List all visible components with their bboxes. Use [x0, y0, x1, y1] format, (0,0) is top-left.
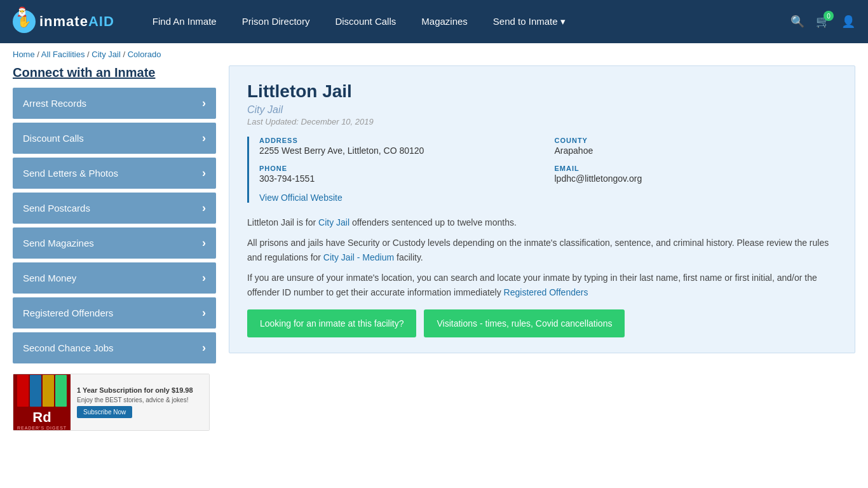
- ad-subscribe-button[interactable]: Subscribe Now: [77, 406, 132, 418]
- address-value: 2255 West Berry Ave, Littleton, CO 80120: [259, 146, 542, 156]
- nav-item-magazines[interactable]: Magazines: [409, 1, 480, 43]
- nav-links: Find An Inmate Prison Directory Discount…: [140, 1, 790, 43]
- logo-icon: 🎅 ✋: [13, 10, 36, 33]
- second-chance-jobs-link[interactable]: Second Chance Jobs ›: [13, 332, 216, 363]
- city-jail-link-1[interactable]: City Jail: [318, 217, 349, 227]
- find-inmate-button[interactable]: Looking for an inmate at this facility?: [247, 309, 416, 337]
- arrest-records-label: Arrest Records: [23, 98, 86, 109]
- county-value: Arapahoe: [555, 146, 837, 156]
- sidebar-item-send-letters[interactable]: Send Letters & Photos ›: [13, 158, 216, 189]
- facility-buttons: Looking for an inmate at this facility? …: [247, 309, 837, 337]
- ad-content: 1 Year Subscription for only $19.98 Enjo…: [71, 374, 209, 430]
- desc-para-2: All prisons and jails have Security or C…: [247, 236, 837, 264]
- send-letters-link[interactable]: Send Letters & Photos ›: [13, 158, 216, 189]
- website-block[interactable]: View Official Website: [259, 193, 837, 203]
- nav-item-find-inmate[interactable]: Find An Inmate: [140, 1, 229, 43]
- facility-details: ADDRESS 2255 West Berry Ave, Littleton, …: [247, 137, 837, 203]
- ad-sub: Enjoy the BEST stories, advice & jokes!: [77, 396, 203, 403]
- nav-item-discount-calls[interactable]: Discount Calls: [322, 1, 409, 43]
- facility-type: City Jail: [247, 104, 837, 116]
- arrow-icon: ›: [202, 97, 206, 110]
- desc-para-1: Littleton Jail is for City Jail offender…: [247, 215, 837, 229]
- send-money-link[interactable]: Send Money ›: [13, 262, 216, 294]
- arrow-icon: ›: [202, 236, 206, 250]
- rd-name: Reader's Digest: [17, 426, 67, 430]
- email-label: EMAIL: [555, 165, 837, 172]
- ad-headline: 1 Year Subscription for only $19.98: [77, 386, 203, 394]
- logo[interactable]: 🎅 ✋ inmateAID: [13, 10, 114, 33]
- breadcrumb: Home / All Facilities / City Jail / Colo…: [0, 43, 868, 65]
- user-icon[interactable]: 👤: [841, 15, 855, 29]
- registered-offenders-desc-link[interactable]: Registered Offenders: [504, 287, 588, 297]
- main-nav: 🎅 ✋ inmateAID Find An Inmate Prison Dire…: [0, 0, 868, 43]
- ad-logo-section: Rd Reader's Digest: [13, 374, 71, 430]
- santa-hat-icon: 🎅: [17, 6, 27, 17]
- arrow-icon: ›: [202, 132, 206, 145]
- facility-updated: Last Updated: December 10, 2019: [247, 117, 837, 126]
- send-magazines-link[interactable]: Send Magazines ›: [13, 227, 216, 259]
- arrest-records-link[interactable]: Arrest Records ›: [13, 88, 216, 119]
- send-letters-label: Send Letters & Photos: [23, 168, 118, 179]
- discount-calls-link[interactable]: Discount Calls: [322, 1, 409, 42]
- sidebar-item-second-chance-jobs[interactable]: Second Chance Jobs ›: [13, 332, 216, 363]
- facility-panel: Littleton Jail City Jail Last Updated: D…: [229, 65, 855, 353]
- main-content: Connect with an Inmate Arrest Records › …: [0, 65, 868, 444]
- send-to-inmate-link[interactable]: Send to Inmate ▾: [480, 1, 578, 43]
- facility-description: Littleton Jail is for City Jail offender…: [247, 215, 837, 299]
- arrow-icon: ›: [202, 166, 206, 180]
- address-block: ADDRESS 2255 West Berry Ave, Littleton, …: [259, 137, 542, 156]
- breadcrumb-all-facilities[interactable]: All Facilities: [41, 50, 85, 59]
- website-link[interactable]: View Official Website: [259, 193, 342, 203]
- breadcrumb-home[interactable]: Home: [13, 50, 35, 59]
- city-jail-medium-link[interactable]: City Jail - Medium: [323, 252, 394, 262]
- registered-offenders-link[interactable]: Registered Offenders ›: [13, 297, 216, 329]
- desc-para-3: If you are unsure of your inmate's locat…: [247, 271, 837, 299]
- phone-value: 303-794-1551: [259, 173, 542, 184]
- arrow-icon: ›: [202, 201, 206, 215]
- address-label: ADDRESS: [259, 137, 542, 144]
- breadcrumb-city-jail[interactable]: City Jail: [92, 50, 121, 59]
- ad-banner[interactable]: Rd Reader's Digest 1 Year Subscription f…: [13, 374, 210, 431]
- phone-block: PHONE 303-794-1551: [259, 165, 542, 184]
- cart-wrapper[interactable]: 🛒 0: [816, 15, 830, 29]
- magazines-link[interactable]: Magazines: [409, 1, 480, 42]
- phone-label: PHONE: [259, 165, 542, 172]
- find-inmate-link[interactable]: Find An Inmate: [140, 1, 229, 42]
- send-magazines-label: Send Magazines: [23, 238, 94, 248]
- logo-aid: AID: [88, 13, 114, 29]
- sidebar-item-discount-calls[interactable]: Discount Calls ›: [13, 123, 216, 154]
- breadcrumb-state[interactable]: Colorado: [128, 50, 161, 59]
- rd-logo: Rd: [32, 410, 51, 424]
- send-money-label: Send Money: [23, 273, 76, 283]
- registered-offenders-label: Registered Offenders: [23, 308, 113, 318]
- second-chance-jobs-label: Second Chance Jobs: [23, 342, 114, 353]
- county-block: COUNTY Arapahoe: [555, 137, 837, 156]
- breadcrumb-sep3: /: [123, 50, 127, 59]
- nav-item-send-to-inmate[interactable]: Send to Inmate ▾: [480, 1, 578, 43]
- sidebar-item-registered-offenders[interactable]: Registered Offenders ›: [13, 297, 216, 329]
- arrow-icon: ›: [202, 306, 206, 320]
- sidebar-item-arrest-records[interactable]: Arrest Records ›: [13, 88, 216, 119]
- email-value: lpdhc@littletongov.org: [555, 173, 837, 184]
- county-label: COUNTY: [555, 137, 837, 144]
- sidebar-item-send-magazines[interactable]: Send Magazines ›: [13, 227, 216, 259]
- arrow-icon: ›: [202, 271, 206, 285]
- discount-calls-link[interactable]: Discount Calls ›: [13, 123, 216, 154]
- logo-inmate: inmate: [39, 13, 88, 29]
- sidebar-item-send-postcards[interactable]: Send Postcards ›: [13, 193, 216, 224]
- facility-name: Littleton Jail: [247, 81, 837, 102]
- nav-right: 🔍 🛒 0 👤: [790, 15, 855, 29]
- send-postcards-link[interactable]: Send Postcards ›: [13, 193, 216, 224]
- visitations-button[interactable]: Visitations - times, rules, Covid cancel…: [424, 309, 625, 337]
- sidebar-title: Connect with an Inmate: [13, 65, 216, 80]
- send-postcards-label: Send Postcards: [23, 203, 90, 214]
- logo-text: inmateAID: [39, 13, 114, 30]
- prison-directory-link[interactable]: Prison Directory: [229, 1, 323, 42]
- search-icon[interactable]: 🔍: [790, 15, 804, 29]
- cart-badge: 0: [824, 11, 834, 21]
- discount-calls-label: Discount Calls: [23, 133, 84, 144]
- arrow-icon: ›: [202, 341, 206, 355]
- sidebar-menu: Arrest Records › Discount Calls › Send L…: [13, 88, 216, 363]
- nav-item-prison-directory[interactable]: Prison Directory: [229, 1, 323, 43]
- sidebar-item-send-money[interactable]: Send Money ›: [13, 262, 216, 294]
